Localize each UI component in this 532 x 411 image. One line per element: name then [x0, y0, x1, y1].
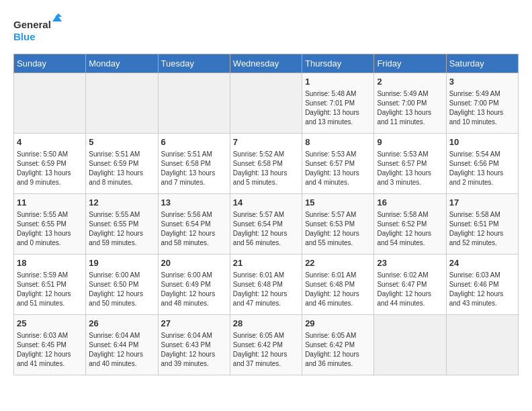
day-number: 12: [89, 197, 154, 209]
calendar-cell: 7Sunrise: 5:52 AM Sunset: 6:58 PM Daylig…: [230, 134, 302, 194]
weekday-header: Tuesday: [158, 54, 230, 73]
day-info: Sunrise: 6:00 AM Sunset: 6:49 PM Dayligh…: [161, 271, 227, 308]
day-number: 14: [233, 197, 299, 209]
day-number: 20: [161, 257, 227, 269]
day-info: Sunrise: 6:01 AM Sunset: 6:48 PM Dayligh…: [305, 271, 371, 308]
calendar-cell: 19Sunrise: 6:00 AM Sunset: 6:50 PM Dayli…: [86, 255, 158, 315]
calendar-cell: 3Sunrise: 5:49 AM Sunset: 7:00 PM Daylig…: [446, 73, 518, 134]
day-number: 23: [377, 257, 443, 269]
day-info: Sunrise: 5:52 AM Sunset: 6:58 PM Dayligh…: [233, 150, 299, 187]
calendar-cell: 21Sunrise: 6:01 AM Sunset: 6:48 PM Dayli…: [230, 255, 302, 315]
calendar-cell: 14Sunrise: 5:57 AM Sunset: 6:54 PM Dayli…: [230, 194, 302, 255]
day-number: 19: [89, 257, 154, 269]
day-info: Sunrise: 5:53 AM Sunset: 6:57 PM Dayligh…: [377, 150, 443, 187]
calendar-cell: [446, 315, 518, 375]
weekday-header: Friday: [374, 54, 446, 73]
weekday-header: Monday: [86, 54, 158, 73]
day-number: 9: [377, 136, 443, 148]
day-number: 29: [305, 318, 371, 330]
day-number: 2: [377, 76, 443, 88]
calendar-cell: [86, 73, 158, 134]
calendar-week-row: 25Sunrise: 6:03 AM Sunset: 6:45 PM Dayli…: [14, 315, 519, 375]
calendar-cell: 6Sunrise: 5:51 AM Sunset: 6:58 PM Daylig…: [158, 134, 230, 194]
calendar-week-row: 11Sunrise: 5:55 AM Sunset: 6:55 PM Dayli…: [14, 194, 519, 255]
day-info: Sunrise: 6:00 AM Sunset: 6:50 PM Dayligh…: [89, 271, 154, 308]
day-info: Sunrise: 5:55 AM Sunset: 6:55 PM Dayligh…: [17, 210, 83, 248]
day-info: Sunrise: 5:51 AM Sunset: 6:59 PM Dayligh…: [89, 150, 154, 187]
calendar-cell: [158, 73, 230, 134]
calendar-cell: 26Sunrise: 6:04 AM Sunset: 6:44 PM Dayli…: [86, 315, 158, 375]
day-number: 25: [17, 318, 83, 330]
day-info: Sunrise: 5:55 AM Sunset: 6:55 PM Dayligh…: [89, 210, 154, 248]
day-info: Sunrise: 6:04 AM Sunset: 6:43 PM Dayligh…: [161, 331, 227, 369]
calendar-cell: 23Sunrise: 6:02 AM Sunset: 6:47 PM Dayli…: [374, 255, 446, 315]
calendar-cell: 16Sunrise: 5:58 AM Sunset: 6:52 PM Dayli…: [374, 194, 446, 255]
day-info: Sunrise: 6:05 AM Sunset: 6:42 PM Dayligh…: [305, 331, 371, 369]
day-info: Sunrise: 6:03 AM Sunset: 6:46 PM Dayligh…: [449, 271, 515, 308]
day-number: 6: [161, 136, 227, 148]
weekday-header-row: SundayMondayTuesdayWednesdayThursdayFrid…: [14, 54, 519, 73]
calendar-cell: 4Sunrise: 5:50 AM Sunset: 6:59 PM Daylig…: [14, 134, 86, 194]
calendar-table: SundayMondayTuesdayWednesdayThursdayFrid…: [13, 54, 519, 375]
day-info: Sunrise: 5:50 AM Sunset: 6:59 PM Dayligh…: [17, 150, 83, 187]
calendar-cell: 24Sunrise: 6:03 AM Sunset: 6:46 PM Dayli…: [446, 255, 518, 315]
svg-text:General: General: [13, 19, 51, 30]
calendar-cell: 20Sunrise: 6:00 AM Sunset: 6:49 PM Dayli…: [158, 255, 230, 315]
calendar-cell: 25Sunrise: 6:03 AM Sunset: 6:45 PM Dayli…: [14, 315, 86, 375]
calendar-week-row: 1Sunrise: 5:48 AM Sunset: 7:01 PM Daylig…: [14, 73, 519, 134]
day-number: 13: [161, 197, 227, 209]
day-number: 1: [305, 76, 371, 88]
day-number: 22: [305, 257, 371, 269]
calendar-cell: [14, 73, 86, 134]
day-number: 11: [17, 197, 83, 209]
day-info: Sunrise: 6:01 AM Sunset: 6:48 PM Dayligh…: [233, 271, 299, 308]
day-info: Sunrise: 5:49 AM Sunset: 7:00 PM Dayligh…: [449, 89, 515, 127]
day-number: 18: [17, 257, 83, 269]
day-info: Sunrise: 5:48 AM Sunset: 7:01 PM Dayligh…: [305, 89, 371, 127]
calendar-cell: 17Sunrise: 5:58 AM Sunset: 6:51 PM Dayli…: [446, 194, 518, 255]
calendar-cell: [374, 315, 446, 375]
day-number: 7: [233, 136, 299, 148]
day-number: 27: [161, 318, 227, 330]
day-number: 10: [449, 136, 515, 148]
calendar-cell: 11Sunrise: 5:55 AM Sunset: 6:55 PM Dayli…: [14, 194, 86, 255]
day-info: Sunrise: 6:04 AM Sunset: 6:44 PM Dayligh…: [89, 331, 154, 369]
weekday-header: Wednesday: [230, 54, 302, 73]
day-info: Sunrise: 5:59 AM Sunset: 6:51 PM Dayligh…: [17, 271, 83, 308]
day-number: 28: [233, 318, 299, 330]
calendar-cell: 15Sunrise: 5:57 AM Sunset: 6:53 PM Dayli…: [302, 194, 374, 255]
day-info: Sunrise: 5:58 AM Sunset: 6:52 PM Dayligh…: [377, 210, 443, 248]
day-number: 3: [449, 76, 515, 88]
day-info: Sunrise: 5:58 AM Sunset: 6:51 PM Dayligh…: [449, 210, 515, 248]
day-info: Sunrise: 5:54 AM Sunset: 6:56 PM Dayligh…: [449, 150, 515, 187]
day-info: Sunrise: 6:02 AM Sunset: 6:47 PM Dayligh…: [377, 271, 443, 308]
svg-text:Blue: Blue: [13, 31, 36, 42]
day-info: Sunrise: 6:05 AM Sunset: 6:42 PM Dayligh…: [233, 331, 299, 369]
calendar-cell: [230, 73, 302, 134]
day-number: 26: [89, 318, 154, 330]
day-number: 15: [305, 197, 371, 209]
calendar-cell: 27Sunrise: 6:04 AM Sunset: 6:43 PM Dayli…: [158, 315, 230, 375]
weekday-header: Thursday: [302, 54, 374, 73]
day-info: Sunrise: 6:03 AM Sunset: 6:45 PM Dayligh…: [17, 331, 83, 369]
logo: General Blue: [13, 13, 67, 47]
day-info: Sunrise: 5:53 AM Sunset: 6:57 PM Dayligh…: [305, 150, 371, 187]
weekday-header: Saturday: [446, 54, 518, 73]
logo-svg: General Blue: [13, 13, 67, 47]
day-number: 21: [233, 257, 299, 269]
day-number: 8: [305, 136, 371, 148]
day-info: Sunrise: 5:57 AM Sunset: 6:54 PM Dayligh…: [233, 210, 299, 248]
day-info: Sunrise: 5:49 AM Sunset: 7:00 PM Dayligh…: [377, 89, 443, 127]
day-number: 17: [449, 197, 515, 209]
day-info: Sunrise: 5:51 AM Sunset: 6:58 PM Dayligh…: [161, 150, 227, 187]
calendar-week-row: 18Sunrise: 5:59 AM Sunset: 6:51 PM Dayli…: [14, 255, 519, 315]
calendar-cell: 28Sunrise: 6:05 AM Sunset: 6:42 PM Dayli…: [230, 315, 302, 375]
calendar-cell: 13Sunrise: 5:56 AM Sunset: 6:54 PM Dayli…: [158, 194, 230, 255]
calendar-cell: 12Sunrise: 5:55 AM Sunset: 6:55 PM Dayli…: [86, 194, 158, 255]
calendar-cell: 5Sunrise: 5:51 AM Sunset: 6:59 PM Daylig…: [86, 134, 158, 194]
calendar-cell: 22Sunrise: 6:01 AM Sunset: 6:48 PM Dayli…: [302, 255, 374, 315]
calendar-cell: 8Sunrise: 5:53 AM Sunset: 6:57 PM Daylig…: [302, 134, 374, 194]
weekday-header: Sunday: [14, 54, 86, 73]
day-number: 16: [377, 197, 443, 209]
calendar-week-row: 4Sunrise: 5:50 AM Sunset: 6:59 PM Daylig…: [14, 134, 519, 194]
